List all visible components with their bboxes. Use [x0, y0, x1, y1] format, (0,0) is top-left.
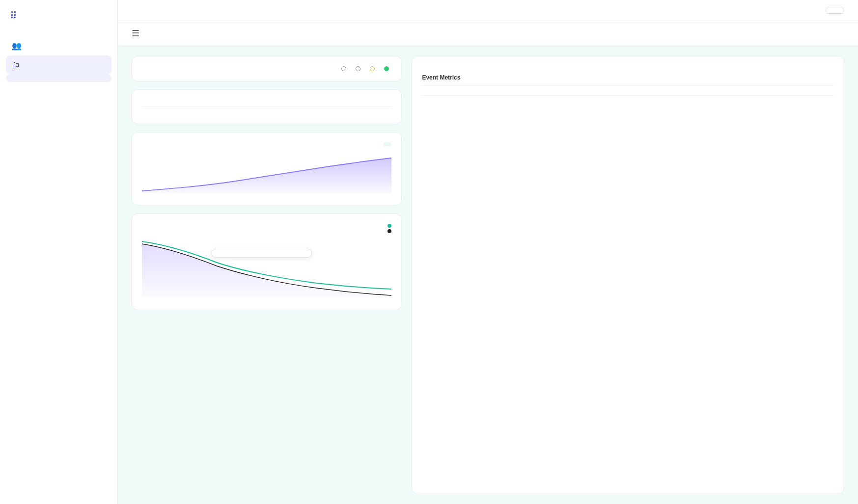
right-column: Event Metrics — [412, 56, 844, 494]
retention-performance-card — [132, 56, 402, 81]
legend — [341, 66, 391, 71]
retention-tooltip — [212, 249, 312, 258]
subscribers-card — [132, 89, 402, 124]
bad-dot — [341, 66, 346, 71]
sidebar-item-audiences[interactable]: 🗂 — [6, 55, 111, 74]
legend-good — [370, 66, 377, 71]
divider — [142, 106, 391, 107]
treatment-legend — [385, 224, 391, 228]
users-icon: 👥 — [12, 41, 22, 51]
control-dot — [387, 229, 391, 233]
sidebar-item-subscribers[interactable]: 👥 — [6, 36, 111, 55]
control-legend — [385, 229, 391, 233]
ltv-header — [142, 142, 391, 146]
content-grid: Event Metrics — [118, 46, 858, 504]
leading-indicators-card: Event Metrics — [412, 56, 844, 494]
retention-rate-card — [132, 213, 402, 310]
page-header: ☰ — [118, 21, 858, 46]
ltv-chart — [142, 154, 391, 193]
left-column — [132, 56, 402, 494]
ltv-chart-svg — [142, 154, 391, 193]
sidebar: ⠿ 👥 🗂 — [0, 0, 118, 504]
legend-bad — [341, 66, 349, 71]
nav-section: 👥 🗂 — [0, 36, 117, 90]
great-dot — [384, 66, 389, 71]
lift-badge — [384, 142, 391, 146]
topbar — [118, 0, 858, 21]
retention-legend — [385, 224, 391, 233]
audience-icon: ☰ — [132, 28, 139, 39]
cta-metrics-section — [422, 95, 834, 104]
audiences-icon: 🗂 — [12, 60, 20, 69]
legend-great — [384, 66, 391, 71]
retention-chart-svg — [142, 239, 391, 298]
perf-header — [142, 66, 391, 71]
good-dot — [370, 66, 375, 71]
retention-header — [142, 224, 391, 233]
event-metrics-header: Event Metrics — [422, 74, 530, 81]
legend-medium — [356, 66, 363, 71]
medium-dot — [356, 66, 360, 71]
retention-chart — [142, 239, 391, 298]
sidebar-item-discovery[interactable] — [6, 82, 111, 90]
logo: ⠿ — [0, 10, 117, 36]
logo-icon: ⠿ — [10, 10, 17, 22]
back-button[interactable] — [826, 7, 844, 14]
ltv-card — [132, 132, 402, 206]
chart-header-row: Event Metrics — [422, 74, 834, 85]
main-content: ☰ — [118, 0, 858, 504]
treatment-dot — [387, 224, 391, 228]
sidebar-item-flows[interactable] — [6, 74, 111, 82]
